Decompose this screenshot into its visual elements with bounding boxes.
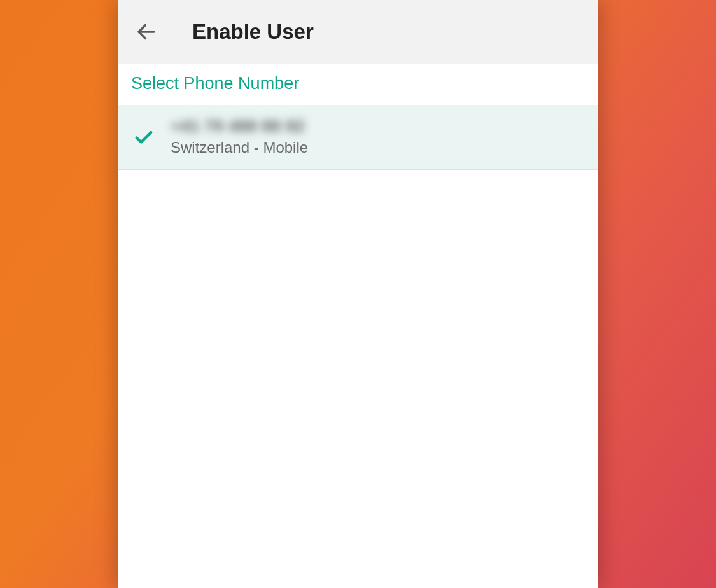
content-area (118, 170, 598, 584)
back-arrow-icon[interactable] (131, 17, 162, 47)
page-title: Enable User (192, 20, 314, 44)
app-container: Enable User Select Phone Number +41 79 4… (118, 0, 598, 588)
phone-type: Switzerland - Mobile (171, 139, 308, 157)
phone-info: +41 79 488 88 82 Switzerland - Mobile (171, 116, 308, 157)
phone-list-item[interactable]: +41 79 488 88 82 Switzerland - Mobile (118, 105, 598, 170)
check-icon (131, 124, 157, 150)
header: Enable User (118, 0, 598, 64)
section-label: Select Phone Number (118, 64, 598, 105)
phone-number: +41 79 488 88 82 (171, 116, 308, 136)
